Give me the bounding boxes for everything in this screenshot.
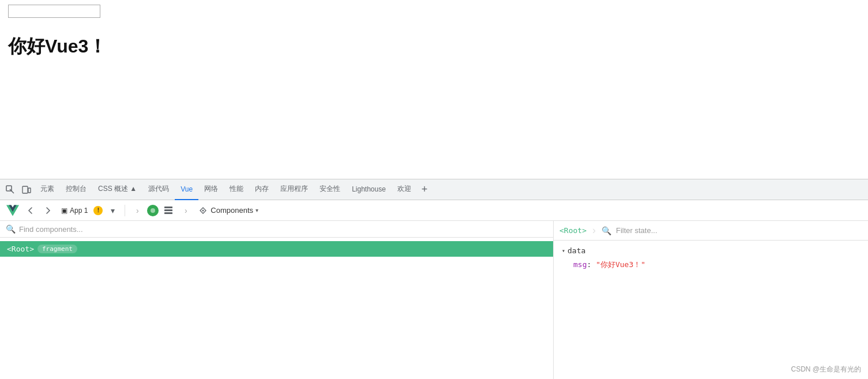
data-row-msg: msg: "你好Vue3！" — [562, 260, 860, 270]
components-dropdown-button[interactable]: Components ▾ — [196, 205, 262, 216]
tab-vue[interactable]: Vue — [175, 179, 198, 200]
root-component-tag: <Root> — [7, 245, 34, 253]
svg-rect-2 — [28, 188, 31, 193]
back-button[interactable] — [23, 203, 38, 218]
search-icon: 🔍 — [6, 224, 16, 234]
tab-performance[interactable]: 性能 — [224, 179, 249, 200]
app-dropdown-button[interactable]: ▾ — [105, 203, 120, 218]
search-placeholder[interactable]: Find components... — [19, 225, 83, 234]
prop-value-msg: "你好Vue3！" — [596, 260, 645, 269]
devtools-panel: 元素 控制台 CSS 概述 ▲ 源代码 Vue 网络 性能 内存 — [0, 179, 868, 379]
app-name: App 1 — [70, 207, 88, 215]
main-heading: 你好Vue3！ — [8, 34, 860, 59]
component-list: <Root> fragment — [0, 238, 553, 379]
filter-icon: 🔍 — [602, 226, 611, 235]
components-label: Components — [211, 206, 253, 215]
fragment-badge: fragment — [37, 245, 77, 253]
svg-point-7 — [202, 209, 204, 211]
main-content: 你好Vue3！ 你好Vue3！ — [0, 0, 868, 179]
state-inspector-panel: <Root> › 🔍 Filter state... ▾ data msg: "… — [554, 221, 868, 379]
vue-input[interactable]: 你好Vue3！ — [8, 5, 100, 18]
devtools-content: 🔍 Find components... <Root> fragment <Ro… — [0, 221, 868, 379]
doc-icon: ▣ — [61, 207, 67, 215]
component-tree-panel: 🔍 Find components... <Root> fragment — [0, 221, 554, 379]
current-component-indicator — [147, 205, 159, 216]
inspect-icon[interactable] — [2, 182, 18, 198]
vue-logo — [5, 202, 21, 219]
tab-css-overview[interactable]: CSS 概述 ▲ — [92, 179, 142, 200]
triangle-icon: ▾ — [562, 247, 565, 254]
state-content: ▾ data msg: "你好Vue3！" — [554, 241, 868, 276]
tab-bar: 元素 控制台 CSS 概述 ▲ 源代码 Vue 网络 性能 内存 — [0, 179, 868, 200]
data-toggle[interactable]: ▾ data — [562, 246, 860, 255]
forward-button[interactable] — [40, 203, 55, 218]
vue-toolbar: ▣ App 1 ! ▾ › — [0, 200, 868, 221]
data-section: ▾ data msg: "你好Vue3！" — [562, 246, 860, 270]
tab-memory[interactable]: 内存 — [249, 179, 275, 200]
tab-network[interactable]: 网络 — [198, 179, 224, 200]
watermark: CSDN @生命是有光的 — [791, 365, 861, 374]
toolbar-separator-1 — [125, 205, 125, 216]
chevron-right-2-icon: › — [178, 203, 193, 218]
chevron-right-icon: › — [130, 203, 145, 218]
filter-placeholder[interactable]: Filter state... — [616, 226, 657, 235]
tab-console[interactable]: 控制台 — [60, 179, 92, 200]
tab-welcome[interactable]: 欢迎 — [392, 179, 417, 200]
svg-rect-6 — [164, 212, 172, 214]
selected-component-tag: <Root> — [559, 226, 587, 235]
tab-lighthouse[interactable]: Lighthouse — [346, 179, 392, 200]
tab-sources[interactable]: 源代码 — [142, 179, 175, 200]
component-search-bar: 🔍 Find components... — [0, 221, 553, 238]
device-icon[interactable] — [18, 182, 35, 198]
tab-elements[interactable]: 元素 — [35, 179, 60, 200]
state-inspector-header: <Root> › 🔍 Filter state... — [554, 221, 868, 241]
svg-rect-4 — [164, 207, 172, 208]
tab-security[interactable]: 安全性 — [314, 179, 346, 200]
svg-rect-1 — [22, 186, 28, 193]
root-component-row[interactable]: <Root> fragment — [0, 241, 553, 257]
add-tab-button[interactable]: + — [417, 179, 433, 200]
prop-key-msg: msg — [573, 260, 587, 269]
warning-icon[interactable]: ! — [93, 206, 103, 215]
svg-rect-5 — [164, 209, 172, 211]
components-chevron-icon: ▾ — [255, 207, 258, 213]
app-label[interactable]: ▣ App 1 — [58, 207, 91, 215]
data-key: data — [568, 246, 585, 255]
tab-application[interactable]: 应用程序 — [275, 179, 314, 200]
table-view-button[interactable] — [161, 203, 176, 218]
svg-point-3 — [151, 208, 155, 213]
